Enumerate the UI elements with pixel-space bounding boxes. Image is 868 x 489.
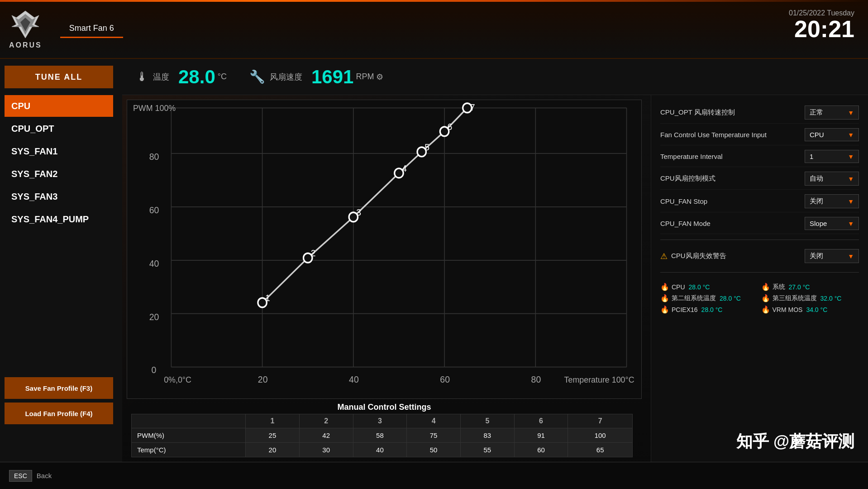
col-header-empty bbox=[132, 414, 246, 428]
svg-text:40: 40 bbox=[349, 374, 359, 385]
system-temp-label: 系统 bbox=[773, 283, 785, 291]
cpu-fan-stop-dropdown[interactable]: 关闭 ▼ bbox=[805, 194, 859, 208]
pwm-val-3[interactable]: 58 bbox=[353, 428, 407, 443]
temp-interval-dropdown[interactable]: 1 ▼ bbox=[805, 150, 859, 163]
esc-key[interactable]: ESC bbox=[9, 470, 32, 482]
chevron-down-icon-5: ▼ bbox=[848, 198, 854, 205]
sys2-temp-value: 28.0 °C bbox=[720, 295, 741, 302]
cpu-fan-mode-value: 自动 bbox=[810, 174, 823, 183]
manual-table-area: 1 2 3 4 5 6 7 PWM(%) 25 42 bbox=[127, 414, 642, 462]
temp-val-6[interactable]: 60 bbox=[514, 443, 568, 457]
aorus-eagle-icon bbox=[10, 9, 41, 40]
svg-text:60: 60 bbox=[440, 374, 450, 385]
cpu-fan-mode2-label: CPU_FAN Mode bbox=[660, 220, 805, 227]
settings-icon: ⚙ bbox=[376, 72, 383, 82]
pwm-row: PWM(%) 25 42 58 75 83 91 100 bbox=[132, 428, 633, 443]
save-fan-profile-button[interactable]: Save Fan Profile (F3) bbox=[5, 377, 113, 399]
svg-text:4: 4 bbox=[402, 163, 407, 173]
temp-val-1[interactable]: 20 bbox=[246, 443, 300, 457]
col-header-5: 5 bbox=[460, 414, 514, 428]
stats-bar: 🌡 温度 28.0 °C 🔧 风扇速度 1691 RPM ⚙ bbox=[122, 59, 868, 95]
temperature-readings: 🔥 CPU 28.0 °C 🔥 系统 27.0 °C 🔥 第二组系统温度 28.… bbox=[660, 283, 859, 314]
setting-cpu-fan-mode: CPU风扇控制模式 自动 ▼ bbox=[660, 168, 859, 190]
temp-unit: °C bbox=[218, 72, 227, 82]
logo-text: AORUS bbox=[9, 41, 42, 49]
pwm-val-6[interactable]: 91 bbox=[514, 428, 568, 443]
chevron-down-icon-7: ▼ bbox=[848, 253, 854, 260]
fan-temp-input-dropdown[interactable]: CPU ▼ bbox=[805, 128, 859, 141]
pwm-val-2[interactable]: 42 bbox=[299, 428, 353, 443]
fan-temp-input-label: Fan Control Use Temperature Input bbox=[660, 131, 805, 139]
sys3-temp-value: 32.0 °C bbox=[820, 295, 842, 302]
sidebar-item-cpu[interactable]: CPU bbox=[5, 95, 113, 117]
pwm-label: PWM(%) bbox=[132, 428, 246, 443]
temp-val-7[interactable]: 65 bbox=[568, 443, 633, 457]
pwm-val-5[interactable]: 83 bbox=[460, 428, 514, 443]
flame-icon-cpu: 🔥 bbox=[660, 283, 669, 291]
setting-cpu-fan-stop: CPU_FAN Stop 关闭 ▼ bbox=[660, 191, 859, 212]
chart-title: Manual Control Settings bbox=[127, 399, 642, 414]
temp-val-5[interactable]: 55 bbox=[460, 443, 514, 457]
temp-reading-pciex16: 🔥 PCIEX16 28.0 °C bbox=[660, 305, 758, 314]
setting-fan-temp-input: Fan Control Use Temperature Input CPU ▼ bbox=[660, 125, 859, 145]
setting-cpu-opt: CPU_OPT 风扇转速控制 正常 ▼ bbox=[660, 102, 859, 124]
fan-value: 1691 bbox=[311, 66, 353, 88]
svg-text:PWM 100%: PWM 100% bbox=[133, 103, 176, 113]
load-fan-profile-button[interactable]: Load Fan Profile (F4) bbox=[5, 403, 113, 424]
system-temp-value: 27.0 °C bbox=[789, 283, 810, 291]
cpu-temp-value: 28.0 °C bbox=[689, 283, 710, 291]
sidebar-item-cpu-opt[interactable]: CPU_OPT bbox=[5, 118, 113, 139]
cpu-opt-dropdown[interactable]: 正常 ▼ bbox=[805, 105, 859, 120]
sidebar-item-sys-fan1[interactable]: SYS_FAN1 bbox=[5, 140, 113, 162]
pwm-val-4[interactable]: 75 bbox=[407, 428, 461, 443]
chart-area: PWM 100% 80 60 40 20 0 0%,0°C 20 40 60 8… bbox=[122, 95, 651, 462]
pwm-val-7[interactable]: 100 bbox=[568, 428, 633, 443]
flame-icon-system: 🔥 bbox=[761, 283, 770, 291]
sidebar: TUNE ALL CPU CPU_OPT SYS_FAN1 SYS_FAN2 S… bbox=[0, 59, 122, 462]
col-header-3: 3 bbox=[353, 414, 407, 428]
temp-reading-system: 🔥 系统 27.0 °C bbox=[761, 283, 859, 291]
svg-rect-3 bbox=[127, 100, 641, 398]
temp-label: 温度 bbox=[153, 72, 169, 82]
temp-val-4[interactable]: 50 bbox=[407, 443, 461, 457]
sidebar-item-sys-fan3[interactable]: SYS_FAN3 bbox=[5, 186, 113, 207]
cpu-fan-mode2-dropdown[interactable]: Slope ▼ bbox=[805, 217, 859, 230]
svg-text:0: 0 bbox=[152, 365, 157, 375]
sidebar-item-sys-fan2[interactable]: SYS_FAN2 bbox=[5, 163, 113, 185]
svg-text:0%,0°C: 0%,0°C bbox=[164, 375, 191, 385]
warning-dropdown[interactable]: 关闭 ▼ bbox=[805, 249, 859, 263]
cpu-fan-mode2-value: Slope bbox=[810, 220, 827, 227]
flame-icon-sys3: 🔥 bbox=[761, 294, 770, 302]
sidebar-item-sys-fan4-pump[interactable]: SYS_FAN4_PUMP bbox=[5, 208, 113, 230]
temp-value: 28.0 bbox=[178, 66, 215, 88]
tune-all-button[interactable]: TUNE ALL bbox=[5, 66, 113, 88]
col-header-7: 7 bbox=[568, 414, 633, 428]
fan-unit: RPM bbox=[356, 72, 374, 82]
nav-tab-smartfan[interactable]: Smart Fan 6 bbox=[60, 20, 123, 38]
fan-speed-stat: 🔧 风扇速度 1691 RPM ⚙ bbox=[249, 66, 383, 88]
pwm-val-1[interactable]: 25 bbox=[246, 428, 300, 443]
chart-right-container: PWM 100% 80 60 40 20 0 0%,0°C 20 40 60 8… bbox=[122, 95, 868, 462]
temp-interval-label: Temperature Interval bbox=[660, 153, 805, 160]
divider-2 bbox=[660, 272, 859, 273]
right-panel: CPU_OPT 风扇转速控制 正常 ▼ Fan Control Use Temp… bbox=[651, 95, 868, 462]
temp-label-row: Temp(°C) bbox=[132, 443, 246, 457]
svg-text:1: 1 bbox=[265, 292, 270, 303]
chevron-down-icon-3: ▼ bbox=[848, 153, 854, 160]
col-header-1: 1 bbox=[246, 414, 300, 428]
watermark: 知乎 @蘑菇评测 bbox=[736, 431, 854, 453]
temp-val-2[interactable]: 30 bbox=[299, 443, 353, 457]
warning-label: CPU风扇失效警告 bbox=[671, 252, 805, 260]
chevron-down-icon-4: ▼ bbox=[848, 175, 854, 182]
col-header-4: 4 bbox=[407, 414, 461, 428]
main-content: 🌡 温度 28.0 °C 🔧 风扇速度 1691 RPM ⚙ bbox=[122, 59, 868, 462]
col-header-2: 2 bbox=[299, 414, 353, 428]
profile-buttons: Save Fan Profile (F3) Load Fan Profile (… bbox=[5, 377, 113, 428]
temp-val-3[interactable]: 40 bbox=[353, 443, 407, 457]
cpu-opt-value: 正常 bbox=[810, 108, 823, 117]
chevron-down-icon-2: ▼ bbox=[848, 131, 854, 139]
pciex16-temp-label: PCIEX16 bbox=[672, 306, 698, 313]
cpu-fan-mode-dropdown[interactable]: 自动 ▼ bbox=[805, 172, 859, 186]
svg-text:5: 5 bbox=[424, 142, 429, 152]
fan-curve-chart[interactable]: PWM 100% 80 60 40 20 0 0%,0°C 20 40 60 8… bbox=[127, 100, 642, 399]
